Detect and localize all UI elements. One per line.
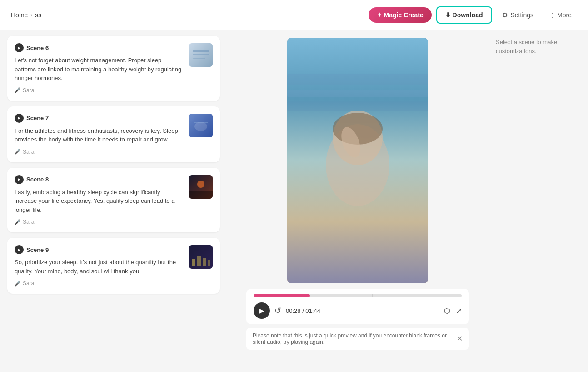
customizations-placeholder: Select a scene to make customizations. bbox=[496, 38, 581, 55]
scene-9-title: Scene 9 bbox=[26, 246, 49, 253]
scene-8-play-icon[interactable]: ▶ bbox=[15, 175, 24, 184]
app-header: Home › ss ✦ Magic Create ⬇ Download ⚙ Se… bbox=[0, 0, 588, 30]
svg-rect-14 bbox=[208, 260, 210, 266]
scene-9-author: 🎤 Sara bbox=[15, 280, 184, 287]
svg-rect-13 bbox=[203, 258, 206, 266]
scene-8-thumbnail bbox=[189, 175, 213, 199]
scene-7-header: ▶ Scene 7 bbox=[15, 114, 184, 123]
scene-6-title: Scene 6 bbox=[26, 45, 49, 51]
share-button[interactable]: ⬡ bbox=[444, 307, 450, 315]
microphone-icon-9: 🎤 bbox=[15, 281, 21, 287]
header-actions: ✦ Magic Create ⬇ Download ⚙ Settings ⋮ M… bbox=[369, 6, 577, 24]
scene-6-thumb-image bbox=[189, 43, 213, 67]
scene-6-text: Let's not forget about weight management… bbox=[15, 56, 184, 83]
scene-7-content: ▶ Scene 7 For the athletes and fitness e… bbox=[15, 114, 184, 155]
breadcrumb: Home › ss bbox=[11, 11, 41, 19]
scene-6-header: ▶ Scene 6 bbox=[15, 43, 184, 52]
replay-button[interactable]: ↺ bbox=[274, 306, 281, 316]
note-text: Please note that this is just a quick pr… bbox=[253, 332, 457, 345]
video-preview bbox=[287, 38, 428, 283]
progress-bar-fill bbox=[254, 294, 310, 297]
scenes-panel: ▶ Scene 6 Let's not forget about weight … bbox=[0, 30, 227, 372]
svg-rect-3 bbox=[193, 58, 205, 59]
svg-rect-18 bbox=[287, 101, 428, 111]
fullscreen-button[interactable]: ⤢ bbox=[456, 307, 462, 315]
svg-point-5 bbox=[194, 122, 207, 131]
scene-9-play-icon[interactable]: ▶ bbox=[15, 245, 24, 254]
settings-label: Settings bbox=[511, 11, 534, 19]
scene-9-header: ▶ Scene 9 bbox=[15, 245, 184, 254]
svg-rect-9 bbox=[189, 191, 213, 199]
progress-tick-1 bbox=[337, 294, 337, 297]
scene-8-content: ▶ Scene 8 Lastly, embracing a healthy sl… bbox=[15, 175, 184, 226]
scene-7-text: For the athletes and fitness enthusiasts… bbox=[15, 126, 184, 144]
play-button[interactable]: ▶ bbox=[254, 302, 270, 319]
svg-rect-12 bbox=[197, 256, 201, 266]
progress-bar-container[interactable] bbox=[254, 294, 462, 297]
more-button[interactable]: ⋮ More bbox=[543, 8, 577, 22]
scene-8-text: Lastly, embracing a healthy sleep cycle … bbox=[15, 188, 184, 215]
scene-9-content: ▶ Scene 9 So, prioritize your sleep. It'… bbox=[15, 245, 184, 287]
scene-8-header: ▶ Scene 8 bbox=[15, 175, 184, 184]
scene-8-author: 🎤 Sara bbox=[15, 219, 184, 225]
svg-rect-16 bbox=[287, 74, 428, 85]
progress-tick-2 bbox=[372, 294, 373, 297]
magic-create-button[interactable]: ✦ Magic Create bbox=[369, 7, 432, 23]
more-label: More bbox=[557, 11, 572, 19]
breadcrumb-current: ss bbox=[35, 11, 41, 19]
scene-7-author-name: Sara bbox=[23, 149, 34, 155]
controls-row: ▶ ↺ 00:28 / 01:44 ⬡ ⤢ bbox=[254, 302, 462, 319]
note-close-button[interactable]: ✕ bbox=[457, 335, 463, 342]
svg-rect-6 bbox=[194, 122, 208, 123]
breadcrumb-separator: › bbox=[30, 12, 32, 18]
microphone-icon: 🎤 bbox=[15, 87, 21, 93]
scene-9-author-name: Sara bbox=[23, 280, 34, 287]
scene-7-card[interactable]: ▶ Scene 7 For the athletes and fitness e… bbox=[7, 106, 220, 162]
controls-right: ⬡ ⤢ bbox=[444, 307, 462, 315]
scene-8-thumb-image bbox=[189, 175, 213, 199]
scene-7-play-icon[interactable]: ▶ bbox=[15, 114, 24, 123]
scene-9-thumbnail bbox=[189, 245, 213, 269]
breadcrumb-home[interactable]: Home bbox=[11, 11, 28, 19]
scene-7-thumbnail bbox=[189, 114, 213, 137]
scene-7-thumb-image bbox=[189, 114, 213, 137]
svg-point-8 bbox=[197, 181, 204, 188]
video-content-svg bbox=[287, 38, 428, 283]
scene-9-card[interactable]: ▶ Scene 9 So, prioritize your sleep. It'… bbox=[7, 238, 220, 294]
download-button[interactable]: ⬇ Download bbox=[436, 6, 492, 24]
microphone-icon-8: 🎤 bbox=[15, 219, 21, 225]
svg-rect-11 bbox=[192, 259, 195, 266]
svg-rect-1 bbox=[193, 50, 209, 52]
scene-6-thumbnail bbox=[189, 43, 213, 67]
video-controls: ▶ ↺ 00:28 / 01:44 ⬡ ⤢ bbox=[246, 289, 469, 324]
microphone-icon-7: 🎤 bbox=[15, 149, 21, 155]
scene-8-card[interactable]: ▶ Scene 8 Lastly, embracing a healthy sl… bbox=[7, 168, 220, 233]
settings-button[interactable]: ⚙ Settings bbox=[497, 8, 539, 22]
scene-6-author-name: Sara bbox=[23, 87, 34, 94]
scene-6-content: ▶ Scene 6 Let's not forget about weight … bbox=[15, 43, 184, 94]
center-panel: ▶ ↺ 00:28 / 01:44 ⬡ ⤢ Please note that t… bbox=[227, 30, 488, 372]
controls-left: ▶ ↺ 00:28 / 01:44 bbox=[254, 302, 320, 319]
progress-tick-4 bbox=[443, 294, 443, 297]
scene-7-title: Scene 7 bbox=[26, 115, 49, 121]
right-panel: Select a scene to make customizations. bbox=[488, 30, 588, 372]
scene-6-play-icon[interactable]: ▶ bbox=[15, 43, 24, 52]
scene-8-title: Scene 8 bbox=[26, 176, 49, 183]
video-frame bbox=[287, 38, 428, 283]
scene-6-card[interactable]: ▶ Scene 6 Let's not forget about weight … bbox=[7, 36, 220, 101]
gear-icon: ⚙ bbox=[502, 11, 508, 19]
scene-9-thumb-image bbox=[189, 245, 213, 269]
time-display: 00:28 / 01:44 bbox=[286, 307, 320, 314]
preview-note: Please note that this is just a quick pr… bbox=[246, 328, 469, 350]
more-dots-icon: ⋮ bbox=[549, 11, 555, 19]
scene-9-text: So, prioritize your sleep. It's not just… bbox=[15, 258, 184, 276]
svg-rect-2 bbox=[193, 54, 209, 55]
progress-tick-3 bbox=[408, 294, 408, 297]
scene-8-author-name: Sara bbox=[23, 219, 34, 225]
scene-7-author: 🎤 Sara bbox=[15, 149, 184, 155]
svg-rect-17 bbox=[287, 90, 428, 97]
main-layout: ▶ Scene 6 Let's not forget about weight … bbox=[0, 30, 588, 372]
scene-6-author: 🎤 Sara bbox=[15, 87, 184, 94]
